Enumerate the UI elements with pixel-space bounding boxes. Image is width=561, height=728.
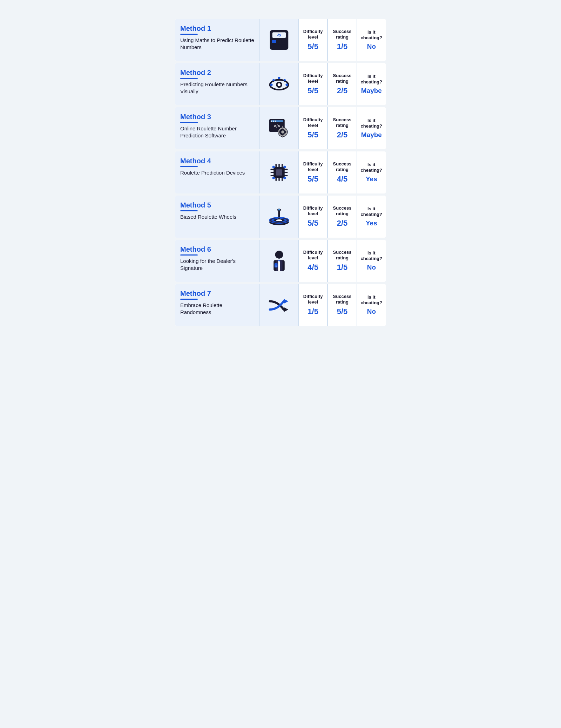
method-underline-7 bbox=[180, 299, 198, 300]
method-desc-5: Biased Roulette Wheels bbox=[180, 214, 236, 220]
cheating-value-4: Yes bbox=[366, 175, 377, 183]
cheating-value-1: No bbox=[367, 43, 376, 50]
cheating-value-3: Maybe bbox=[361, 131, 382, 139]
svg-point-19 bbox=[271, 121, 272, 122]
difficulty-label-5: Difficulty level bbox=[301, 205, 325, 216]
difficulty-col-3: Difficulty level 5/5 bbox=[298, 107, 327, 149]
method-desc-2: Predicting Roulette Numbers Visually bbox=[180, 81, 248, 94]
cheating-label-3: Is it cheating? bbox=[359, 118, 384, 129]
svg-point-55 bbox=[275, 251, 283, 259]
difficulty-value-5: 5/5 bbox=[307, 219, 318, 228]
method-left-1: Method 1 Using Maths to Predict Roulette… bbox=[175, 19, 259, 61]
cheating-col-6: Is it cheating? No bbox=[357, 240, 386, 282]
method-underline-4 bbox=[180, 166, 198, 167]
svg-text:</>: </> bbox=[274, 124, 280, 129]
cheating-value-6: No bbox=[367, 264, 376, 271]
cheating-value-2: Maybe bbox=[361, 87, 382, 95]
success-col-2: Success rating 2/5 bbox=[327, 63, 356, 105]
method-stats-2: Difficulty level 5/5 Success rating 2/5 … bbox=[298, 63, 386, 105]
difficulty-label-6: Difficulty level bbox=[301, 250, 325, 260]
svg-point-11 bbox=[278, 83, 281, 86]
method-icon-5 bbox=[259, 196, 298, 238]
svg-point-13 bbox=[285, 83, 288, 86]
cheating-col-4: Is it cheating? Yes bbox=[357, 151, 386, 193]
difficulty-value-3: 5/5 bbox=[307, 130, 318, 140]
svg-marker-63 bbox=[284, 307, 288, 312]
method-stats-5: Difficulty level 5/5 Success rating 2/5 … bbox=[298, 196, 386, 238]
success-value-1: 1/5 bbox=[337, 42, 348, 51]
svg-rect-4 bbox=[277, 40, 281, 43]
success-col-1: Success rating 1/5 bbox=[327, 19, 356, 61]
success-col-6: Success rating 1/5 bbox=[327, 240, 356, 282]
difficulty-col-5: Difficulty level 5/5 bbox=[298, 196, 327, 238]
svg-point-53 bbox=[278, 209, 280, 210]
method-row-5: Method 5 Biased Roulette Wheels Difficul… bbox=[175, 196, 386, 238]
method-desc-6: Looking for the Dealer's Signature bbox=[180, 258, 236, 271]
svg-point-27 bbox=[281, 130, 284, 134]
success-label-4: Success rating bbox=[330, 161, 354, 172]
method-left-2: Method 2 Predicting Roulette Numbers Vis… bbox=[175, 63, 259, 105]
method-left-3: Method 3 Online Roulette Number Predicti… bbox=[175, 107, 259, 149]
svg-point-44 bbox=[272, 177, 275, 179]
method-icon-1: √x bbox=[259, 19, 298, 61]
success-label-5: Success rating bbox=[330, 205, 354, 216]
success-value-7: 5/5 bbox=[337, 307, 348, 316]
svg-point-20 bbox=[273, 121, 275, 122]
success-value-4: 4/5 bbox=[337, 175, 348, 184]
success-value-2: 2/5 bbox=[337, 86, 348, 95]
success-value-6: 1/5 bbox=[337, 263, 348, 272]
cheating-col-1: Is it cheating? No bbox=[357, 19, 386, 61]
success-label-7: Success rating bbox=[330, 294, 354, 305]
cheating-label-1: Is it cheating? bbox=[359, 29, 384, 40]
difficulty-label-7: Difficulty level bbox=[301, 294, 325, 305]
method-underline-1 bbox=[180, 34, 198, 35]
method-row-6: Method 6 Looking for the Dealer's Signat… bbox=[175, 240, 386, 282]
cheating-col-5: Is it cheating? Yes bbox=[357, 196, 386, 238]
difficulty-col-1: Difficulty level 5/5 bbox=[298, 19, 327, 61]
main-container: Method 1 Using Maths to Predict Roulette… bbox=[175, 7, 386, 328]
svg-rect-8 bbox=[282, 44, 286, 47]
success-value-5: 2/5 bbox=[337, 219, 348, 228]
method-underline-5 bbox=[180, 210, 198, 211]
difficulty-col-7: Difficulty level 1/5 bbox=[298, 284, 327, 326]
cheating-label-6: Is it cheating? bbox=[359, 250, 384, 261]
svg-point-15 bbox=[272, 79, 275, 81]
method-number-3: Method 3 bbox=[180, 113, 255, 121]
cheating-label-7: Is it cheating? bbox=[359, 294, 384, 305]
svg-rect-6 bbox=[272, 44, 276, 47]
method-left-6: Method 6 Looking for the Dealer's Signat… bbox=[175, 240, 259, 282]
method-underline-6 bbox=[180, 254, 198, 256]
difficulty-col-2: Difficulty level 5/5 bbox=[298, 63, 327, 105]
svg-rect-18 bbox=[271, 120, 284, 122]
method-icon-6: ♠ bbox=[259, 240, 298, 282]
svg-rect-29 bbox=[276, 169, 282, 176]
difficulty-label-1: Difficulty level bbox=[301, 29, 325, 40]
cheating-value-7: No bbox=[367, 308, 376, 315]
method-stats-1: Difficulty level 5/5 Success rating 1/5 … bbox=[298, 19, 386, 61]
method-underline-2 bbox=[180, 78, 198, 79]
svg-point-12 bbox=[270, 83, 273, 86]
difficulty-value-4: 5/5 bbox=[307, 175, 318, 184]
svg-point-14 bbox=[278, 77, 280, 79]
method-left-5: Method 5 Biased Roulette Wheels bbox=[175, 196, 259, 238]
method-row-3: Method 3 Online Roulette Number Predicti… bbox=[175, 107, 386, 149]
svg-marker-62 bbox=[284, 299, 288, 304]
difficulty-value-7: 1/5 bbox=[307, 307, 318, 316]
cheating-col-2: Is it cheating? Maybe bbox=[357, 63, 386, 105]
cheating-col-3: Is it cheating? Maybe bbox=[357, 107, 386, 149]
svg-rect-3 bbox=[272, 40, 276, 43]
method-number-7: Method 7 bbox=[180, 290, 255, 298]
method-number-5: Method 5 bbox=[180, 201, 255, 209]
method-row-2: Method 2 Predicting Roulette Numbers Vis… bbox=[175, 63, 386, 105]
method-stats-7: Difficulty level 1/5 Success rating 5/5 … bbox=[298, 284, 386, 326]
method-desc-7: Embrace Roulette Randomness bbox=[180, 302, 222, 315]
success-label-3: Success rating bbox=[330, 117, 354, 128]
success-col-4: Success rating 4/5 bbox=[327, 151, 356, 193]
difficulty-label-3: Difficulty level bbox=[301, 117, 325, 128]
method-number-6: Method 6 bbox=[180, 245, 255, 253]
method-number-2: Method 2 bbox=[180, 69, 255, 77]
difficulty-col-6: Difficulty level 4/5 bbox=[298, 240, 327, 282]
svg-point-21 bbox=[275, 121, 277, 122]
method-number-4: Method 4 bbox=[180, 157, 255, 165]
svg-point-16 bbox=[284, 79, 286, 81]
